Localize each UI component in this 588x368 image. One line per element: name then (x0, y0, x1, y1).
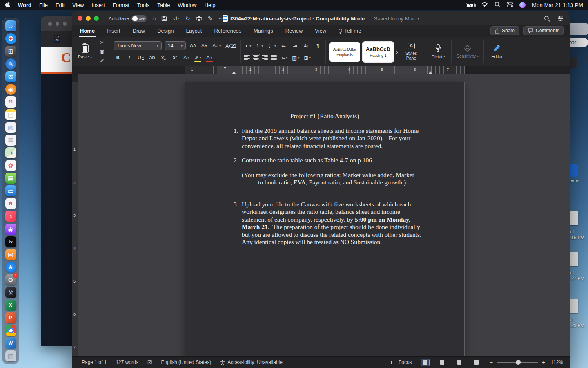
apple-menu[interactable] (5, 2, 10, 9)
close-button[interactable] (78, 16, 82, 21)
hanging-indent-marker[interactable] (232, 71, 236, 74)
document-save-status[interactable]: — Saved to my Mac (367, 16, 415, 22)
freeform-icon[interactable]: ▨ (5, 122, 16, 133)
redo-icon[interactable]: ↻ (185, 16, 190, 21)
save-icon[interactable] (161, 16, 167, 21)
print-icon[interactable] (196, 16, 202, 21)
zoom-slider-thumb[interactable] (516, 360, 521, 365)
safari-icon[interactable]: ✦ (5, 33, 16, 44)
podcasts-icon[interactable]: ◉ (5, 224, 16, 235)
siri-icon[interactable] (519, 2, 526, 8)
strikethrough-button[interactable]: ab (148, 54, 156, 62)
tv-icon[interactable]: tv (5, 236, 16, 247)
mail-icon[interactable]: ✉ (5, 71, 16, 82)
finder-icon[interactable]: ☺ (5, 20, 16, 31)
change-case-button[interactable]: Aa▾ (212, 42, 222, 50)
menu-table[interactable]: Table (157, 2, 170, 8)
autosave-toggle[interactable]: OFF (131, 15, 147, 22)
editor-button[interactable]: Editor (487, 39, 507, 65)
clear-formatting-button[interactable]: A⌫ (225, 42, 237, 50)
app-store-icon[interactable]: A (5, 262, 16, 273)
format-painter-button[interactable]: ✐ (98, 57, 107, 65)
notes-icon[interactable]: ▤ (5, 109, 16, 120)
dictate-button[interactable]: Dictate (428, 39, 448, 65)
language-indicator[interactable]: English (United States) (161, 359, 211, 365)
xcode-icon[interactable]: ⚒ (5, 287, 16, 298)
align-left-button[interactable] (244, 55, 250, 60)
keynote-icon[interactable]: ▭ (5, 185, 16, 196)
cut-button[interactable]: ✂ (98, 39, 107, 46)
superscript-button[interactable]: x² (171, 54, 179, 62)
first-line-indent-marker[interactable] (223, 67, 227, 69)
excel-icon[interactable]: X (5, 300, 16, 311)
decrease-indent-button[interactable]: ⇤ (279, 42, 288, 50)
document-page[interactable]: Project #1 (Ratio Analysis)1.Find the 20… (185, 82, 465, 356)
share-button[interactable]: Share (490, 26, 519, 35)
styles-pane-button[interactable]: A Styles Pane (401, 39, 421, 65)
trash-icon[interactable]: ▥ (5, 350, 16, 361)
music-icon[interactable]: ♫ (5, 211, 16, 222)
menu-window[interactable]: Window (178, 2, 196, 8)
zoom-out-button[interactable]: − (490, 359, 493, 366)
minimize-button[interactable] (86, 16, 91, 21)
menu-format[interactable]: Format (113, 2, 129, 8)
tab-mailings[interactable]: Mailings (253, 26, 274, 37)
web-layout-view-button[interactable] (438, 359, 446, 366)
italic-button[interactable]: I (125, 54, 134, 62)
increase-indent-button[interactable]: ⇥ (291, 42, 299, 50)
text-effects-button[interactable]: A▾ (182, 54, 191, 62)
font-name-select[interactable]: Times New...▾ (114, 41, 162, 50)
menu-edit[interactable]: Edit (56, 2, 65, 8)
borders-button[interactable]: ⊞▾ (303, 54, 312, 62)
numbering-button[interactable]: 1≡▾ (255, 42, 264, 50)
copy-button[interactable]: ▣ (98, 48, 107, 56)
shrink-font-button[interactable]: A˅ (200, 42, 209, 50)
home-icon[interactable]: ⌂ (152, 16, 156, 21)
font-color-button[interactable]: A▾ (205, 54, 214, 62)
chevron-down-icon[interactable]: ▾ (417, 17, 419, 20)
font-size-select[interactable]: 14▾ (165, 41, 186, 50)
outline-view-button[interactable] (455, 359, 463, 366)
right-indent-marker[interactable] (429, 71, 432, 74)
comments-button[interactable]: Comments (523, 26, 564, 35)
underline-button[interactable]: U▾ (136, 54, 145, 62)
chrome-icon[interactable] (5, 325, 16, 336)
bullets-button[interactable]: •≡▾ (244, 42, 252, 50)
draft-view-button[interactable] (472, 359, 481, 366)
style-copy-icon[interactable]: ✎ (208, 16, 213, 21)
justify-button[interactable] (271, 55, 277, 60)
control-center-icon[interactable] (507, 2, 513, 9)
tab-references[interactable]: References (214, 26, 242, 37)
menu-help[interactable]: Help (205, 2, 216, 8)
tab-home[interactable]: Home (79, 26, 96, 37)
settings-icon[interactable]: ⚙1 (5, 274, 16, 285)
tab-insert[interactable]: Insert (106, 26, 121, 37)
gallery-next-icon[interactable]: › (396, 48, 398, 55)
menu-file[interactable]: File (39, 2, 48, 8)
sensitivity-button[interactable]: Sensitivity ▾ (455, 39, 480, 65)
desktop-file[interactable]: hot1:15 PM (568, 211, 588, 241)
zoom-slider[interactable] (497, 362, 538, 363)
background-browser-window[interactable]: ∷ SYSU C (41, 16, 72, 346)
news-icon[interactable]: N (5, 198, 16, 209)
tab-design[interactable]: Design (156, 26, 174, 37)
show-paragraph-marks-button[interactable]: ¶ (314, 42, 322, 50)
align-center-button[interactable] (253, 55, 259, 60)
menu-view[interactable]: View (72, 2, 84, 8)
tab-draw[interactable]: Draw (132, 26, 146, 37)
books-icon[interactable]: ⋈ (5, 249, 16, 260)
launchpad-icon[interactable]: ⊞ (5, 46, 16, 57)
desktop-file[interactable]: hot1:29 PM (568, 299, 588, 329)
print-layout-view-button[interactable] (421, 359, 429, 366)
menu-tools[interactable]: Tools (137, 2, 149, 8)
bold-button[interactable]: B (114, 54, 122, 62)
paste-button[interactable]: Paste ▾ (75, 39, 95, 65)
powerpoint-icon[interactable]: P (5, 312, 16, 323)
menu-insert[interactable]: Insert (91, 2, 105, 8)
page-indicator[interactable]: Page 1 of 1 (82, 359, 107, 365)
menu-clock[interactable]: Mon Mar 21 1:13 PM (532, 2, 583, 8)
orange-app-icon[interactable]: ◉ (5, 84, 16, 95)
pen-app-icon[interactable]: ✎ (5, 58, 16, 70)
style-heading1[interactable]: AaBbCcD Heading 1 (363, 42, 394, 62)
desktop-file[interactable]: hot1:27 PM (568, 252, 588, 282)
